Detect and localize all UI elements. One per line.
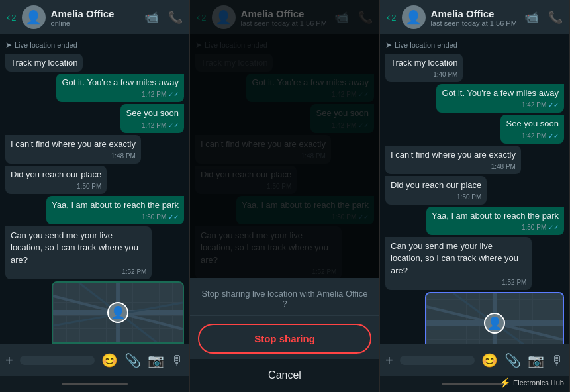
msg-row-location-card-1: 👤 ➤ Live until 6/28 Track My Location 1:… bbox=[5, 281, 184, 344]
msg-row-canyousend-1: Can you send me your live location, so I… bbox=[5, 226, 184, 279]
msg-time-yaa-1: 1:50 PM ✓✓ bbox=[52, 213, 179, 222]
chat-input-bar-3: + 😊 📎 📷 🎙 bbox=[380, 344, 569, 376]
chat-text-input-1[interactable] bbox=[20, 356, 95, 365]
sticker-icon-1[interactable]: 😊 bbox=[101, 352, 118, 368]
back-count-1: 2 bbox=[11, 13, 16, 23]
contact-name-1: Amelia Office bbox=[51, 8, 139, 19]
chat-header-3: ‹ 2 👤 Amelia Office last seen today at 1… bbox=[380, 0, 569, 34]
home-bar-3 bbox=[442, 383, 508, 385]
sticker-icon-3[interactable]: 😊 bbox=[481, 352, 498, 368]
bubble-cantfind-1: I can't find where you are exactly 1:48 … bbox=[5, 135, 141, 164]
checkmark-gotit-3: ✓✓ bbox=[548, 101, 559, 109]
location-card-3[interactable]: 👤 ➤ Live location ended Track My Locatio… bbox=[425, 292, 564, 344]
track-location-text-1: Track my location bbox=[11, 58, 77, 68]
panel-1: ‹ 2 👤 Amelia Office online 📹 📞 ➤ Live lo… bbox=[0, 0, 190, 392]
msg-row-yaa-1: Yaa, I am about to reach the park 1:50 P… bbox=[5, 196, 184, 224]
add-icon-1[interactable]: + bbox=[5, 353, 13, 368]
contact-info-3: Amelia Office last seen today at 1:56 PM bbox=[431, 8, 519, 27]
map-person-1: 👤 bbox=[107, 302, 128, 323]
contact-name-3: Amelia Office bbox=[431, 8, 519, 19]
msg-row-track-3: Track my location 1:40 PM bbox=[385, 54, 564, 82]
attach-icon-1[interactable]: 📎 bbox=[124, 352, 141, 368]
system-msg-text-1: Live location ended bbox=[15, 41, 77, 49]
back-button-3[interactable]: ‹ 2 bbox=[387, 11, 397, 23]
chat-messages-3: ➤ Live location ended Track my location … bbox=[380, 34, 569, 344]
chat-messages-1: ➤ Live location ended Track my location … bbox=[0, 34, 189, 344]
msg-time-gotit-3: 1:42 PM ✓✓ bbox=[442, 101, 559, 110]
contact-avatar-3[interactable]: 👤 bbox=[402, 5, 426, 29]
bubble-reach-1: Did you reach our place 1:50 PM bbox=[5, 166, 107, 194]
msg-time-canyousend-3: 1:52 PM bbox=[391, 278, 526, 287]
mic-icon-1[interactable]: 🎙 bbox=[171, 353, 184, 368]
back-count-3: 2 bbox=[391, 13, 396, 23]
add-icon-3[interactable]: + bbox=[385, 353, 393, 368]
checkmark-yaa-3: ✓✓ bbox=[548, 224, 559, 231]
person-pin-icon-1: 👤 bbox=[111, 305, 125, 320]
msg-row-gotit-1: Got it. You're a few miles away 1:42 PM … bbox=[5, 74, 184, 102]
bubble-reach-3: Did you reach our place 1:50 PM bbox=[385, 176, 487, 205]
msg-time-reach-3: 1:50 PM bbox=[391, 193, 481, 202]
msg-row-location-card-3: 👤 ➤ Live location ended Track My Locatio… bbox=[385, 292, 564, 344]
msg-row-cantfind-3: I can't find where you are exactly 1:48 … bbox=[385, 146, 564, 174]
bubble-track-3: Track my location 1:40 PM bbox=[385, 54, 463, 82]
dialog-sheet: Stop sharing live location with Amelia O… bbox=[190, 278, 379, 392]
watermark-logo-icon: ⚡ bbox=[499, 377, 510, 388]
msg-time-reach-1: 1:50 PM bbox=[11, 182, 101, 191]
stop-sharing-overlay: Stop sharing live location with Amelia O… bbox=[190, 0, 379, 392]
phone-call-icon-1[interactable]: 📞 bbox=[168, 10, 183, 24]
contact-avatar-1[interactable]: 👤 bbox=[22, 5, 46, 29]
video-call-icon-1[interactable]: 📹 bbox=[144, 10, 159, 24]
contact-status-3: last seen today at 1:56 PM bbox=[431, 19, 519, 27]
contact-info-1: Amelia Office online bbox=[51, 8, 139, 27]
location-system-icon-1: ➤ bbox=[5, 40, 12, 50]
mic-icon-3[interactable]: 🎙 bbox=[551, 353, 564, 368]
bubble-gotit-1: Got it. You're a few miles away 1:42 PM … bbox=[56, 74, 184, 102]
avatar-person-icon-3: 👤 bbox=[405, 9, 422, 25]
msg-row-reach-3: Did you reach our place 1:50 PM bbox=[385, 176, 564, 205]
msg-time-seeyou-1: 1:42 PM ✓✓ bbox=[126, 121, 179, 130]
checkmark-seeyou-1: ✓✓ bbox=[168, 122, 179, 129]
msg-row-track-1: Track my location bbox=[5, 54, 184, 72]
back-arrow-icon-3: ‹ bbox=[387, 11, 390, 23]
chat-text-input-3[interactable] bbox=[400, 356, 475, 365]
bubble-canyousend-3: Can you send me your live location, so I… bbox=[385, 237, 532, 290]
msg-row-seeyou-3: See you soon 1:42 PM ✓✓ bbox=[385, 115, 564, 143]
back-button-1[interactable]: ‹ 2 bbox=[7, 11, 17, 23]
checkmark-yaa-1: ✓✓ bbox=[168, 213, 179, 220]
attach-icon-3[interactable]: 📎 bbox=[504, 352, 521, 368]
map-person-3: 👤 bbox=[484, 313, 505, 334]
person-pin-icon-3: 👤 bbox=[487, 316, 502, 330]
header-icons-3: 📹 📞 bbox=[524, 10, 563, 24]
bubble-track-1: Track my location bbox=[5, 54, 83, 72]
avatar-person-icon-1: 👤 bbox=[25, 9, 42, 25]
bubble-gotit-3: Got it. You're a few miles away 1:42 PM … bbox=[436, 84, 564, 113]
dialog-stop-button[interactable]: Stop sharing bbox=[198, 324, 371, 354]
msg-time-yaa-3: 1:50 PM ✓✓ bbox=[432, 223, 559, 232]
video-call-icon-3[interactable]: 📹 bbox=[524, 10, 539, 24]
location-card-1[interactable]: 👤 ➤ Live until 6/28 Track My Location 1:… bbox=[52, 281, 184, 344]
dialog-cancel-button[interactable]: Cancel bbox=[190, 359, 379, 392]
msg-time-canyousend-1: 1:52 PM bbox=[11, 268, 146, 277]
checkmark-gotit-1: ✓✓ bbox=[168, 91, 179, 98]
bubble-yaa-3: Yaa, I am about to reach the park 1:50 P… bbox=[426, 207, 564, 235]
bubble-seeyou-1: See you soon 1:42 PM ✓✓ bbox=[120, 104, 184, 132]
msg-row-reach-1: Did you reach our place 1:50 PM bbox=[5, 166, 184, 194]
bubble-canyousend-1: Can you send me your live location, so I… bbox=[5, 226, 152, 279]
location-map-1: 👤 bbox=[53, 283, 183, 342]
bubble-seeyou-3: See you soon 1:42 PM ✓✓ bbox=[500, 115, 564, 143]
bubble-cantfind-3: I can't find where you are exactly 1:48 … bbox=[385, 146, 521, 174]
bubble-yaa-1: Yaa, I am about to reach the park 1:50 P… bbox=[46, 196, 184, 224]
contact-status-1: online bbox=[51, 19, 139, 27]
system-msg-3: ➤ Live location ended bbox=[385, 40, 564, 50]
camera-icon-3[interactable]: 📷 bbox=[528, 352, 544, 368]
dialog-title: Stop sharing live location with Amelia O… bbox=[190, 278, 379, 316]
home-bar-1 bbox=[62, 383, 128, 385]
watermark-text: Electronics Hub bbox=[513, 379, 564, 387]
camera-icon-1[interactable]: 📷 bbox=[148, 352, 164, 368]
chat-input-bar-1: + 😊 📎 📷 🎙 bbox=[0, 344, 189, 376]
phone-call-icon-3[interactable]: 📞 bbox=[548, 10, 563, 24]
msg-row-canyousend-3: Can you send me your live location, so I… bbox=[385, 237, 564, 290]
back-arrow-icon: ‹ bbox=[7, 11, 10, 23]
location-map-3: 👤 bbox=[426, 293, 563, 344]
msg-time-track-3: 1:40 PM bbox=[391, 70, 457, 79]
